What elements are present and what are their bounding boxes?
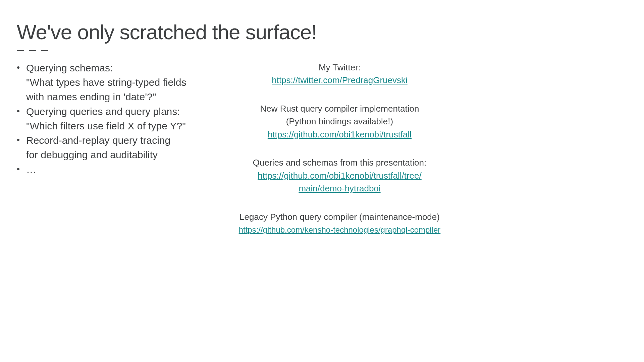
twitter-link[interactable]: https://twitter.com/PredragGruevski [272, 75, 408, 85]
title-dash-divider [17, 50, 468, 51]
rust-compiler-block: New Rust query compiler implementation (… [211, 102, 468, 141]
block-label: Legacy Python query compiler (maintenanc… [211, 210, 468, 223]
link-text: https://github.com/obi1kenobi/trustfall/… [258, 171, 422, 181]
bullet-text: "Which filters use field X of type Y?" [26, 120, 186, 131]
bullet-text: Querying queries and query plans: [26, 106, 180, 117]
list-item: Querying queries and query plans: "Which… [17, 105, 205, 133]
bullet-text: Record-and-replay query tracing [26, 135, 170, 146]
dash-icon [29, 50, 36, 51]
list-item: … [17, 163, 205, 177]
legacy-compiler-block: Legacy Python query compiler (maintenanc… [211, 210, 468, 236]
links-column: My Twitter: https://twitter.com/PredragG… [211, 61, 468, 236]
block-label: New Rust query compiler implementation [211, 102, 468, 115]
presentation-repo-block: Queries and schemas from this presentati… [211, 156, 468, 195]
bullet-text: for debugging and auditability [26, 149, 158, 160]
bullet-text: with names ending in 'date'?" [26, 91, 156, 102]
bullet-list-column: Querying schemas: "What types have strin… [17, 61, 205, 236]
slide-title: We've only scratched the surface! [17, 20, 468, 44]
twitter-block: My Twitter: https://twitter.com/PredragG… [211, 61, 468, 87]
presentation-repo-link[interactable]: https://github.com/obi1kenobi/trustfall/… [258, 171, 422, 193]
slide-columns: Querying schemas: "What types have strin… [17, 61, 468, 236]
dash-icon [17, 50, 24, 51]
block-label: My Twitter: [211, 61, 468, 74]
list-item: Record-and-replay query tracing for debu… [17, 133, 205, 162]
dash-icon [41, 50, 48, 51]
bullet-text: Querying schemas: [26, 62, 113, 73]
bullet-text: "What types have string-typed fields [26, 77, 186, 88]
trustfall-link[interactable]: https://github.com/obi1kenobi/trustfall [268, 129, 412, 139]
bullet-text: … [26, 164, 36, 175]
block-label: (Python bindings available!) [211, 115, 468, 128]
block-label: Queries and schemas from this presentati… [211, 156, 468, 169]
list-item: Querying schemas: "What types have strin… [17, 61, 205, 104]
legacy-compiler-link[interactable]: https://github.com/kensho-technologies/g… [239, 225, 441, 234]
link-text: main/demo-hytradboi [299, 183, 380, 193]
